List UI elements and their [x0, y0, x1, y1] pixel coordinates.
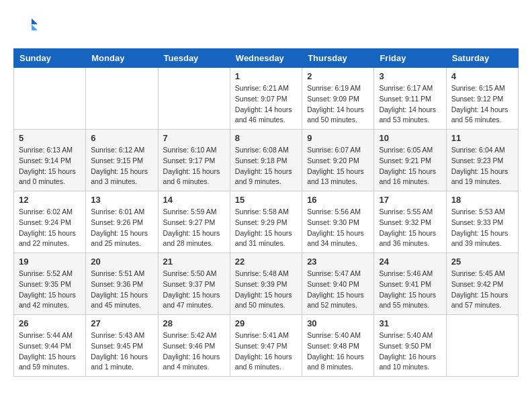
calendar-cell: 22Sunrise: 5:48 AM Sunset: 9:39 PM Dayli… [230, 253, 302, 315]
svg-marker-1 [32, 24, 38, 30]
day-info: Sunrise: 6:07 AM Sunset: 9:20 PM Dayligh… [307, 145, 369, 187]
calendar-cell: 6Sunrise: 6:12 AM Sunset: 9:15 PM Daylig… [86, 130, 158, 191]
calendar-cell: 30Sunrise: 5:40 AM Sunset: 9:48 PM Dayli… [302, 315, 374, 377]
calendar-cell: 8Sunrise: 6:08 AM Sunset: 9:18 PM Daylig… [230, 130, 302, 191]
day-number: 25 [451, 257, 513, 267]
calendar-cell: 2Sunrise: 6:19 AM Sunset: 9:09 PM Daylig… [302, 68, 374, 130]
calendar-cell: 9Sunrise: 6:07 AM Sunset: 9:20 PM Daylig… [302, 130, 374, 191]
day-info: Sunrise: 6:19 AM Sunset: 9:09 PM Dayligh… [307, 83, 369, 126]
day-info: Sunrise: 5:50 AM Sunset: 9:37 PM Dayligh… [163, 269, 225, 311]
day-number: 24 [379, 257, 441, 267]
calendar-cell: 12Sunrise: 6:02 AM Sunset: 9:24 PM Dayli… [14, 191, 86, 253]
day-number: 20 [91, 257, 152, 267]
day-info: Sunrise: 6:12 AM Sunset: 9:15 PM Dayligh… [91, 145, 152, 187]
day-info: Sunrise: 6:10 AM Sunset: 9:17 PM Dayligh… [163, 145, 225, 187]
day-number: 3 [379, 71, 441, 81]
day-number: 26 [19, 318, 81, 328]
day-number: 13 [91, 195, 152, 205]
day-info: Sunrise: 5:47 AM Sunset: 9:40 PM Dayligh… [307, 269, 369, 311]
day-info: Sunrise: 5:44 AM Sunset: 9:44 PM Dayligh… [19, 330, 81, 373]
day-number: 7 [163, 133, 225, 143]
day-number: 17 [379, 195, 441, 205]
calendar-header-wednesday: Wednesday [230, 49, 302, 68]
calendar-header-sunday: Sunday [14, 49, 86, 68]
calendar-cell [14, 68, 86, 130]
day-info: Sunrise: 5:58 AM Sunset: 9:29 PM Dayligh… [235, 207, 297, 249]
calendar-cell: 3Sunrise: 6:17 AM Sunset: 9:11 PM Daylig… [374, 68, 446, 130]
day-info: Sunrise: 6:13 AM Sunset: 9:14 PM Dayligh… [19, 145, 81, 187]
day-number: 21 [163, 257, 225, 267]
day-number: 8 [235, 133, 297, 143]
day-info: Sunrise: 5:40 AM Sunset: 9:48 PM Dayligh… [307, 330, 369, 373]
day-number: 22 [235, 257, 297, 267]
calendar-cell: 24Sunrise: 5:46 AM Sunset: 9:41 PM Dayli… [374, 253, 446, 315]
calendar-cell: 25Sunrise: 5:45 AM Sunset: 9:42 PM Dayli… [446, 253, 518, 315]
calendar-week-row: 19Sunrise: 5:52 AM Sunset: 9:35 PM Dayli… [14, 253, 519, 315]
day-number: 28 [163, 318, 225, 328]
calendar-table: SundayMondayTuesdayWednesdayThursdayFrid… [13, 48, 519, 377]
day-number: 15 [235, 195, 297, 205]
calendar-cell: 7Sunrise: 6:10 AM Sunset: 9:17 PM Daylig… [158, 130, 230, 191]
calendar-header-thursday: Thursday [302, 49, 374, 68]
day-number: 9 [307, 133, 369, 143]
day-number: 10 [379, 133, 441, 143]
day-info: Sunrise: 5:43 AM Sunset: 9:45 PM Dayligh… [91, 330, 152, 373]
calendar-header-tuesday: Tuesday [158, 49, 230, 68]
day-info: Sunrise: 5:51 AM Sunset: 9:36 PM Dayligh… [91, 269, 152, 311]
day-info: Sunrise: 6:02 AM Sunset: 9:24 PM Dayligh… [19, 207, 81, 249]
day-number: 23 [307, 257, 369, 267]
calendar-cell: 10Sunrise: 6:05 AM Sunset: 9:21 PM Dayli… [374, 130, 446, 191]
day-number: 27 [91, 318, 152, 328]
day-number: 18 [451, 195, 513, 205]
calendar-cell: 11Sunrise: 6:04 AM Sunset: 9:23 PM Dayli… [446, 130, 518, 191]
day-number: 14 [163, 195, 225, 205]
calendar-cell: 4Sunrise: 6:15 AM Sunset: 9:12 PM Daylig… [446, 68, 518, 130]
day-info: Sunrise: 5:48 AM Sunset: 9:39 PM Dayligh… [235, 269, 297, 311]
calendar-cell: 17Sunrise: 5:55 AM Sunset: 9:32 PM Dayli… [374, 191, 446, 253]
day-number: 2 [307, 71, 369, 81]
day-info: Sunrise: 5:46 AM Sunset: 9:41 PM Dayligh… [379, 269, 441, 311]
calendar-cell: 27Sunrise: 5:43 AM Sunset: 9:45 PM Dayli… [86, 315, 158, 377]
calendar-cell: 21Sunrise: 5:50 AM Sunset: 9:37 PM Dayli… [158, 253, 230, 315]
calendar-cell: 16Sunrise: 5:56 AM Sunset: 9:30 PM Dayli… [302, 191, 374, 253]
calendar-cell: 5Sunrise: 6:13 AM Sunset: 9:14 PM Daylig… [14, 130, 86, 191]
day-info: Sunrise: 6:21 AM Sunset: 9:07 PM Dayligh… [235, 83, 297, 126]
day-info: Sunrise: 5:42 AM Sunset: 9:46 PM Dayligh… [163, 330, 225, 373]
day-number: 19 [19, 257, 81, 267]
day-info: Sunrise: 6:04 AM Sunset: 9:23 PM Dayligh… [451, 145, 513, 187]
calendar-header-row: SundayMondayTuesdayWednesdayThursdayFrid… [14, 49, 519, 68]
day-info: Sunrise: 6:15 AM Sunset: 9:12 PM Dayligh… [451, 83, 513, 126]
day-number: 31 [379, 318, 441, 328]
day-info: Sunrise: 6:08 AM Sunset: 9:18 PM Dayligh… [235, 145, 297, 187]
day-number: 12 [19, 195, 81, 205]
day-number: 1 [235, 71, 297, 81]
calendar-cell: 15Sunrise: 5:58 AM Sunset: 9:29 PM Dayli… [230, 191, 302, 253]
day-number: 29 [235, 318, 297, 328]
day-number: 16 [307, 195, 369, 205]
logo [13, 13, 40, 38]
day-number: 30 [307, 318, 369, 328]
calendar-cell: 13Sunrise: 6:01 AM Sunset: 9:26 PM Dayli… [86, 191, 158, 253]
calendar-week-row: 12Sunrise: 6:02 AM Sunset: 9:24 PM Dayli… [14, 191, 519, 253]
calendar-header-saturday: Saturday [446, 49, 518, 68]
calendar-header-monday: Monday [86, 49, 158, 68]
calendar-cell [158, 68, 230, 130]
day-info: Sunrise: 6:05 AM Sunset: 9:21 PM Dayligh… [379, 145, 441, 187]
day-number: 11 [451, 133, 513, 143]
day-number: 4 [451, 71, 513, 81]
calendar-cell: 1Sunrise: 6:21 AM Sunset: 9:07 PM Daylig… [230, 68, 302, 130]
day-info: Sunrise: 5:52 AM Sunset: 9:35 PM Dayligh… [19, 269, 81, 311]
calendar-cell: 18Sunrise: 5:53 AM Sunset: 9:33 PM Dayli… [446, 191, 518, 253]
day-info: Sunrise: 5:55 AM Sunset: 9:32 PM Dayligh… [379, 207, 441, 249]
calendar-week-row: 26Sunrise: 5:44 AM Sunset: 9:44 PM Dayli… [14, 315, 519, 377]
day-number: 5 [19, 133, 81, 143]
day-info: Sunrise: 5:40 AM Sunset: 9:50 PM Dayligh… [379, 330, 441, 373]
calendar-cell: 23Sunrise: 5:47 AM Sunset: 9:40 PM Dayli… [302, 253, 374, 315]
calendar-cell: 26Sunrise: 5:44 AM Sunset: 9:44 PM Dayli… [14, 315, 86, 377]
svg-marker-0 [32, 18, 38, 24]
page-header [13, 13, 519, 38]
calendar-cell: 28Sunrise: 5:42 AM Sunset: 9:46 PM Dayli… [158, 315, 230, 377]
day-info: Sunrise: 5:41 AM Sunset: 9:47 PM Dayligh… [235, 330, 297, 373]
calendar-week-row: 1Sunrise: 6:21 AM Sunset: 9:07 PM Daylig… [14, 68, 519, 130]
calendar-header-friday: Friday [374, 49, 446, 68]
